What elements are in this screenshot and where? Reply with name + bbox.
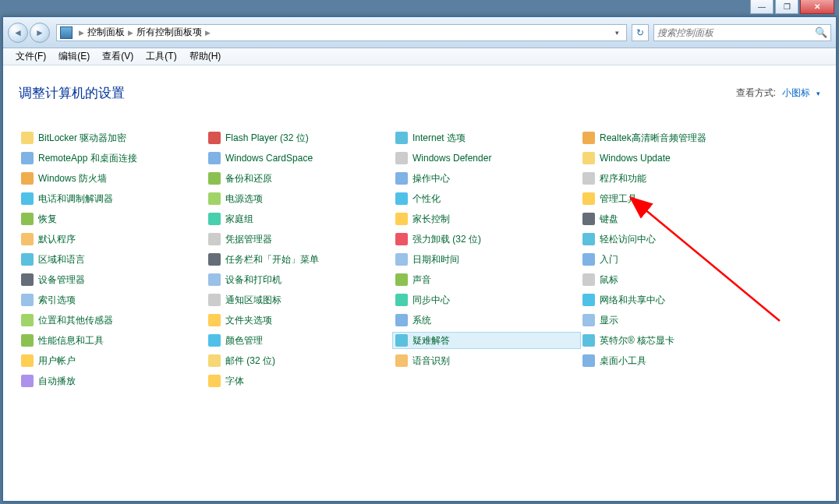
- cp-item-label: Windows Update: [600, 153, 671, 164]
- folder-options-icon: [208, 314, 221, 326]
- cp-item-notification-icons[interactable]: 通知区域图标: [206, 292, 393, 308]
- cp-item-label: 操作中心: [412, 172, 450, 185]
- chevron-down-icon[interactable]: ▾: [816, 90, 820, 97]
- color-management-icon: [208, 334, 221, 347]
- cp-item-indexing[interactable]: 索引选项: [19, 292, 206, 308]
- power-options-icon: [208, 192, 221, 205]
- cp-item-homegroup[interactable]: 家庭组: [206, 211, 393, 227]
- cp-item-date-time[interactable]: 日期和时间: [393, 252, 580, 267]
- menu-help[interactable]: 帮助(H): [183, 50, 228, 63]
- chevron-right-icon: ▶: [205, 29, 211, 37]
- bitlocker-icon: [21, 132, 34, 144]
- search-input[interactable]: [657, 27, 815, 38]
- cp-item-keyboard[interactable]: 键盘: [580, 211, 767, 227]
- control-panel-items-grid: BitLocker 驱动器加密Flash Player (32 位)Intern…: [19, 130, 820, 389]
- menu-tools[interactable]: 工具(T): [140, 50, 182, 63]
- cp-item-performance[interactable]: 性能信息和工具: [19, 333, 206, 348]
- cp-item-programs-features[interactable]: 程序和功能: [580, 171, 767, 186]
- menu-file[interactable]: 文件(F): [9, 50, 52, 63]
- cp-item-label: 电源选项: [225, 192, 263, 206]
- cp-item-user-accounts[interactable]: 用户帐户: [19, 353, 206, 368]
- cp-item-personalization[interactable]: 个性化: [393, 191, 580, 206]
- cp-item-troubleshoot[interactable]: 疑难解答: [393, 333, 580, 348]
- cp-item-credential-manager[interactable]: 凭据管理器: [206, 231, 393, 247]
- close-button[interactable]: ✕: [800, 0, 834, 14]
- forward-button[interactable]: ►: [30, 23, 50, 43]
- cp-item-sync-center[interactable]: 同步中心: [393, 292, 580, 308]
- view-mode-value[interactable]: 小图标: [782, 86, 810, 100]
- cp-item-label: 管理工具: [600, 192, 637, 206]
- menu-edit[interactable]: 编辑(E): [52, 50, 96, 63]
- cp-item-label: 设备和打印机: [225, 273, 281, 287]
- cp-item-realtek-audio[interactable]: Realtek高清晰音频管理器: [580, 130, 767, 146]
- cp-item-windows-defender[interactable]: Windows Defender: [393, 150, 580, 166]
- cp-item-power-options[interactable]: 电源选项: [206, 191, 393, 206]
- address-dropdown[interactable]: ▾: [611, 29, 623, 37]
- cp-item-flash-player[interactable]: Flash Player (32 位): [206, 130, 393, 146]
- cp-item-force-uninstall[interactable]: 强力卸载 (32 位): [393, 231, 580, 247]
- cp-item-mail-32[interactable]: 邮件 (32 位): [206, 353, 393, 368]
- view-mode-selector[interactable]: 查看方式: 小图标 ▾: [736, 86, 820, 100]
- cp-item-label: 颜色管理: [225, 334, 263, 347]
- cp-item-location-sensors[interactable]: 位置和其他传感器: [19, 312, 206, 328]
- cp-item-label: 设备管理器: [38, 273, 85, 287]
- cp-item-label: 区域和语言: [38, 253, 85, 266]
- speech-icon: [395, 354, 408, 367]
- devices-printers-icon: [208, 273, 221, 286]
- cp-item-display[interactable]: 显示: [580, 312, 767, 328]
- back-button[interactable]: ◄: [8, 23, 28, 43]
- cp-item-label: Realtek高清晰音频管理器: [600, 132, 706, 145]
- cp-item-firewall[interactable]: Windows 防火墙: [19, 171, 206, 186]
- cp-item-devices-printers[interactable]: 设备和打印机: [206, 272, 393, 287]
- cp-item-label: 恢复: [38, 213, 57, 226]
- cp-item-folder-options[interactable]: 文件夹选项: [206, 312, 393, 328]
- cp-item-phone-modem[interactable]: 电话和调制解调器: [19, 191, 206, 206]
- cp-item-label: 索引选项: [38, 294, 76, 307]
- cp-item-desktop-gadgets[interactable]: 桌面小工具: [580, 353, 767, 368]
- cp-item-sound[interactable]: 声音: [393, 272, 580, 287]
- cp-item-color-management[interactable]: 颜色管理: [206, 333, 393, 348]
- cp-item-admin-tools[interactable]: 管理工具: [580, 191, 767, 206]
- cp-item-network-sharing[interactable]: 网络和共享中心: [580, 292, 767, 308]
- cp-item-fonts[interactable]: 字体: [206, 373, 393, 389]
- cp-item-intel-graphics[interactable]: 英特尔® 核芯显卡: [580, 333, 767, 348]
- minimize-button[interactable]: —: [750, 0, 774, 14]
- cp-item-label: 性能信息和工具: [38, 334, 104, 347]
- cp-item-label: Windows CardSpace: [225, 153, 313, 164]
- cp-item-autoplay[interactable]: 自动播放: [19, 373, 206, 389]
- cp-item-ease-of-access[interactable]: 轻松访问中心: [580, 231, 767, 247]
- breadcrumb-part[interactable]: 所有控制面板项: [136, 26, 202, 39]
- cp-item-mouse[interactable]: 鼠标: [580, 272, 767, 287]
- cp-item-device-manager[interactable]: 设备管理器: [19, 272, 206, 287]
- cp-item-label: Flash Player (32 位): [225, 132, 309, 145]
- cp-item-region-language[interactable]: 区域和语言: [19, 252, 206, 267]
- phone-modem-icon: [21, 192, 34, 205]
- refresh-button[interactable]: ↻: [632, 24, 649, 41]
- cp-item-taskbar-start[interactable]: 任务栏和「开始」菜单: [206, 252, 393, 267]
- cp-item-cardspace[interactable]: Windows CardSpace: [206, 150, 393, 166]
- cp-item-getting-started[interactable]: 入门: [580, 252, 767, 267]
- search-bar[interactable]: 🔍: [653, 24, 831, 41]
- breadcrumb-part[interactable]: 控制面板: [87, 26, 125, 39]
- cp-item-default-programs[interactable]: 默认程序: [19, 231, 206, 247]
- cp-item-internet-options[interactable]: Internet 选项: [393, 130, 580, 146]
- cp-item-bitlocker[interactable]: BitLocker 驱动器加密: [19, 130, 206, 146]
- cp-item-system[interactable]: 系统: [393, 312, 580, 328]
- cp-item-windows-update[interactable]: Windows Update: [580, 150, 767, 166]
- cp-item-recovery[interactable]: 恢复: [19, 211, 206, 227]
- cp-item-action-center[interactable]: 操作中心: [393, 171, 580, 186]
- menu-view[interactable]: 查看(V): [96, 50, 140, 63]
- search-icon[interactable]: 🔍: [815, 26, 827, 38]
- location-sensors-icon: [21, 314, 34, 326]
- cp-item-backup-restore[interactable]: 备份和还原: [206, 171, 393, 186]
- cp-item-label: 键盘: [600, 213, 618, 226]
- cp-item-speech[interactable]: 语音识别: [393, 353, 580, 368]
- address-bar[interactable]: ▶ 控制面板 ▶ 所有控制面板项 ▶ ▾: [56, 24, 627, 41]
- cp-item-parental-controls[interactable]: 家长控制: [393, 211, 580, 227]
- cp-item-remoteapp[interactable]: RemoteApp 和桌面连接: [19, 150, 206, 166]
- window-controls: — ❐ ✕: [750, 0, 834, 14]
- backup-restore-icon: [208, 172, 221, 185]
- maximize-button[interactable]: ❐: [775, 0, 798, 14]
- flash-player-icon: [208, 132, 221, 144]
- cp-item-label: 疑难解答: [412, 334, 450, 347]
